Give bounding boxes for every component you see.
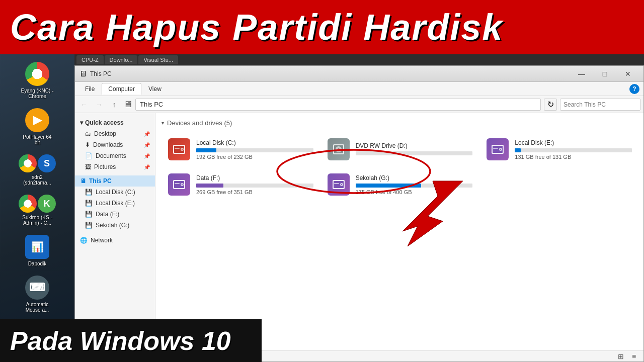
drive-bar-fill-c bbox=[196, 148, 216, 152]
breadcrumb-icon: 🖥 bbox=[123, 99, 132, 110]
quick-access-header[interactable]: ▾ Quick access bbox=[75, 117, 155, 128]
ribbon-tab-computer[interactable]: Computer bbox=[102, 83, 141, 95]
sidebar-item-documents[interactable]: 📄 Documents 📌 bbox=[75, 150, 155, 161]
bottom-title-text: Pada Windows 10 bbox=[10, 326, 231, 356]
drive-g-label: Sekolah (G:) bbox=[96, 222, 129, 229]
sidebar-item-dataf[interactable]: 💾 Data (F:) bbox=[75, 209, 155, 220]
top-title-bar: Cara Hapus Partidi Hardisk bbox=[0, 0, 644, 54]
drive-info-f: Data (F:) 269 GB free of 351 GB bbox=[196, 174, 313, 195]
desktop-icon-chrome3[interactable]: K Sukirno (KS - Admin) - C... bbox=[3, 192, 72, 228]
pin-icon-downloads: 📌 bbox=[144, 142, 150, 148]
top-title-text: Cara Hapus Partidi Hardisk bbox=[10, 7, 503, 48]
icon-label-1: Eyang (KNC) - Chrome bbox=[20, 88, 55, 99]
desktop-icon-chrome1[interactable]: Eyang (KNC) - Chrome bbox=[3, 59, 72, 102]
drive-name-d: DVD RW Drive (D:) bbox=[356, 142, 473, 149]
icon-label-5: Dapodik bbox=[28, 261, 47, 266]
maximize-button[interactable]: □ bbox=[593, 66, 616, 82]
section-title: Devices and drives (5) bbox=[167, 119, 232, 127]
sidebar-item-localc[interactable]: 💾 Local Disk (C:) bbox=[75, 187, 155, 198]
desktop-icon-dapodik[interactable]: 📊 Dapodik bbox=[3, 232, 72, 269]
drive-free-e: 131 GB free of 131 GB bbox=[515, 154, 632, 160]
svg-point-3 bbox=[182, 149, 183, 150]
svg-rect-14 bbox=[493, 148, 498, 149]
drive-bar-fill-f bbox=[196, 184, 223, 188]
svg-point-18 bbox=[182, 184, 183, 185]
list-view-button[interactable]: ≡ bbox=[628, 351, 639, 362]
drive-free-f: 269 GB free of 351 GB bbox=[196, 189, 313, 195]
taskbar-item-download[interactable]: Downlo... bbox=[105, 55, 138, 64]
drive-item-e[interactable]: Local Disk (E:) 131 GB free of 131 GB bbox=[480, 133, 637, 166]
taskbar-item-cpuz[interactable]: CPU-Z bbox=[76, 55, 104, 64]
drive-bar-bg-e bbox=[515, 148, 632, 152]
drive-bar-bg-f bbox=[196, 184, 313, 188]
sidebar-item-sekolahg[interactable]: 💾 Sekolah (G:) bbox=[75, 220, 155, 231]
svg-point-9 bbox=[338, 149, 339, 150]
drive-bar-bg-c bbox=[196, 148, 313, 152]
desktop-folder-icon: 🗂 bbox=[85, 130, 91, 137]
hdd-svg-g bbox=[332, 177, 346, 192]
drive-icon-e bbox=[486, 137, 510, 161]
chrome-badge-3: K bbox=[38, 195, 56, 213]
pictures-folder-icon: 🖼 bbox=[85, 163, 91, 170]
back-button[interactable]: ← bbox=[78, 99, 90, 111]
dapodik-icon: 📊 bbox=[25, 235, 49, 259]
taskbar-item-visualstudio[interactable]: Visual Stu... bbox=[138, 55, 178, 64]
forward-button[interactable]: → bbox=[93, 99, 105, 111]
pin-icon-pictures: 📌 bbox=[144, 164, 150, 170]
help-button[interactable]: ? bbox=[629, 84, 639, 94]
window-icon: 🖥 bbox=[79, 69, 87, 78]
svg-marker-26 bbox=[403, 181, 463, 246]
drive-item-d[interactable]: DVD RW Drive (D:) bbox=[321, 133, 478, 166]
minimize-button[interactable]: — bbox=[570, 66, 593, 82]
sidebar-item-network[interactable]: 🌐 Network bbox=[75, 235, 155, 246]
icon-label-3: sdn2 (sdn2tama... bbox=[20, 174, 55, 186]
icon-label-4: Sukirno (KS - Admin) - C... bbox=[20, 215, 55, 226]
drive-item-f[interactable]: Data (F:) 269 GB free of 351 GB bbox=[162, 168, 319, 201]
pin-icon-documents: 📌 bbox=[144, 153, 150, 159]
automouse-icon: ⌨ bbox=[25, 276, 49, 300]
bottom-title-bar: Pada Windows 10 bbox=[0, 319, 262, 362]
close-button[interactable]: ✕ bbox=[616, 66, 639, 82]
ribbon-tab-file[interactable]: File bbox=[79, 83, 101, 95]
downloads-folder-icon: ⬇ bbox=[85, 141, 90, 148]
grid-view-button[interactable]: ⊞ bbox=[615, 351, 626, 362]
icon-label-6: Automatic Mouse a... bbox=[20, 302, 55, 313]
devices-drives-header[interactable]: ▾ Devices and drives (5) bbox=[162, 119, 637, 127]
address-path[interactable]: This PC bbox=[135, 99, 541, 111]
ribbon-tab-view[interactable]: View bbox=[142, 83, 168, 95]
chrome-icon-3 bbox=[19, 195, 37, 213]
desktop-icon-chrome2[interactable]: S sdn2 (sdn2tama... bbox=[3, 152, 72, 188]
potplayer-icon: ▶ bbox=[25, 108, 49, 132]
drive-icon-c bbox=[167, 137, 191, 161]
sidebar-item-downloads[interactable]: ⬇ Downloads 📌 bbox=[75, 139, 155, 150]
refresh-button[interactable]: ↻ bbox=[544, 99, 557, 111]
pin-icon-desktop: 📌 bbox=[144, 131, 150, 137]
chrome-badge-2: S bbox=[38, 154, 56, 172]
desktop-icon-automouse[interactable]: ⌨ Automatic Mouse a... bbox=[3, 273, 72, 315]
main-content: ▾ Quick access 🗂 Desktop 📌 ⬇ Downloads 📌… bbox=[75, 113, 643, 350]
drive-item-c[interactable]: Local Disk (C:) 192 GB free of 232 GB bbox=[162, 133, 319, 166]
documents-folder-icon: 📄 bbox=[85, 152, 93, 159]
sidebar-item-locale[interactable]: 💾 Local Disk (E:) bbox=[75, 198, 155, 209]
drive-g-icon: 💾 bbox=[85, 222, 93, 229]
drive-info-e: Local Disk (E:) 131 GB free of 131 GB bbox=[515, 139, 632, 160]
svg-rect-4 bbox=[175, 148, 180, 149]
drive-e-icon: 💾 bbox=[85, 200, 93, 207]
drive-icon-f bbox=[167, 172, 191, 197]
search-input[interactable] bbox=[560, 99, 640, 111]
desktop-label: Desktop bbox=[94, 130, 116, 137]
sidebar-item-desktop[interactable]: 🗂 Desktop 📌 bbox=[75, 128, 155, 139]
address-bar: ← → ↑ 🖥 This PC ↻ bbox=[75, 96, 643, 113]
hdd-icon-g bbox=[328, 173, 350, 196]
drive-info-c: Local Disk (C:) 192 GB free of 232 GB bbox=[196, 139, 313, 160]
sidebar-item-thispc[interactable]: 🖥 This PC bbox=[75, 175, 155, 187]
sidebar-item-pictures[interactable]: 🖼 Pictures 📌 bbox=[75, 161, 155, 172]
ribbon-menu: File Computer View ? bbox=[75, 82, 643, 96]
quick-access-label: Quick access bbox=[85, 119, 124, 126]
thispc-icon: 🖥 bbox=[80, 177, 86, 185]
drive-name-c: Local Disk (C:) bbox=[196, 139, 313, 146]
network-icon: 🌐 bbox=[80, 237, 88, 244]
desktop-icon-potplayer[interactable]: ▶ PotPlayer 64 bit bbox=[3, 106, 72, 148]
up-button[interactable]: ↑ bbox=[108, 99, 120, 111]
drive-free-c: 192 GB free of 232 GB bbox=[196, 154, 313, 160]
